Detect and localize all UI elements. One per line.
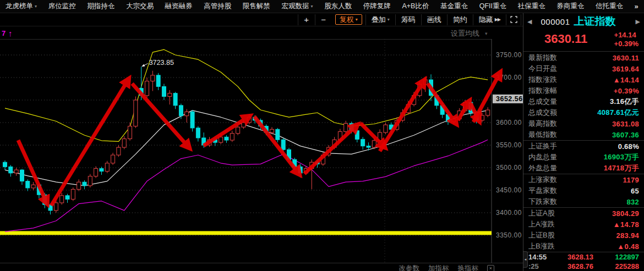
trend-arrow[interactable] (428, 84, 456, 123)
quote-stats: 最新指数3630.11今日开盘3619.64指数涨跌▲14.14指数涨幅+0.3… (523, 52, 644, 271)
candle-body (486, 110, 490, 115)
tick-volume: 122897 (606, 253, 639, 261)
candle-body (355, 131, 359, 140)
candle-body (111, 155, 115, 163)
kline-chart[interactable]: 7↑设置均线▾3750.003700.003650.003600.003550.… (0, 26, 523, 263)
panel-collapse-handle[interactable]: ◂ (523, 251, 528, 268)
candle-body (54, 203, 58, 211)
toolbar-button-叠加[interactable]: 叠加▾ (365, 14, 395, 25)
menu-item-14[interactable]: 社保重仓 (518, 2, 545, 11)
stat-label: 指数涨跌 (528, 75, 557, 85)
stat-value: 283.94 (616, 231, 639, 240)
stat-value: 65 (631, 187, 639, 195)
menu-item-12[interactable]: 基金重仓 (440, 2, 468, 11)
close-indicator-icon[interactable]: × (487, 265, 494, 271)
menu-item-label: 大宗交易 (126, 2, 154, 11)
fullscreen-button[interactable] (506, 14, 521, 25)
candle-body (3, 162, 7, 167)
candle-body (168, 93, 172, 97)
menu-item-label: 限售解禁 (243, 2, 270, 11)
stat-label: 今日开盘 (528, 64, 557, 74)
menu-item-3[interactable]: 期指持仓 (87, 2, 114, 11)
toolbar-button-复权[interactable]: 复权▾ (335, 14, 362, 25)
menu-item-9[interactable]: 股东人数 (324, 2, 352, 11)
candle-body (196, 128, 200, 138)
y-axis-label: 3600.00 (496, 119, 522, 126)
menu-item-8[interactable]: 宏观数据▾ (282, 2, 313, 11)
stat-value: 16903万手 (604, 152, 639, 162)
candle-body (134, 100, 138, 126)
bottom-action-改参数[interactable]: 改参数 (399, 263, 420, 271)
candle-body (77, 182, 81, 189)
candle-body (179, 106, 183, 116)
candle-body (185, 112, 189, 115)
menu-item-label: 券商重仓 (556, 2, 584, 11)
y-axis-label: 3450.00 (496, 186, 522, 194)
tick-price: 3628.76 (555, 262, 606, 270)
menu-item-7[interactable]: 限售解禁 (243, 2, 270, 11)
stat-row: 上涨家数1179 (523, 174, 644, 185)
prev-stock-icon[interactable]: ◀ (527, 18, 532, 25)
kline-chart-area[interactable]: 7↑设置均线▾3750.003700.003650.003600.003550.… (0, 26, 523, 263)
candle-body (270, 129, 274, 132)
menu-item-13[interactable]: QFII重仓 (479, 2, 506, 11)
candle-body (276, 129, 280, 140)
menu-item-label: 停牌复牌 (363, 2, 391, 11)
chevron-down-icon: ▾ (311, 4, 313, 9)
candle-body (173, 93, 177, 106)
menu-item-11[interactable]: A+B比价 (402, 2, 429, 11)
candle-body (225, 137, 228, 140)
chevron-down-icon: ▾ (356, 17, 358, 22)
menu-item-6[interactable]: 高管持股 (204, 2, 231, 11)
candle-body (190, 112, 194, 128)
toolbar-button-画线[interactable]: 画线 (421, 14, 447, 25)
menu-item-16[interactable]: 信托重仓 (596, 2, 623, 11)
stat-value: 3631.08 (612, 120, 639, 128)
candle-body (26, 181, 30, 188)
menu-item-15[interactable]: 券商重仓 (556, 2, 584, 11)
stat-label: 下跌家数 (528, 197, 557, 207)
bottom-action-加指标[interactable]: 加指标 (428, 263, 449, 271)
toolbar-button-简约[interactable]: 简约 (447, 14, 473, 25)
candle-body (94, 169, 98, 176)
bottom-action-换指标[interactable]: 换指标 (458, 263, 479, 271)
menu-item-10[interactable]: 停牌复牌 (363, 2, 391, 11)
menu-item-label: 社保重仓 (518, 2, 545, 11)
menu-item-2[interactable]: 席位监控 (48, 2, 76, 11)
menu-item-4[interactable]: 大宗交易 (126, 2, 154, 11)
trend-arrow[interactable] (304, 125, 357, 174)
candle-body (361, 139, 365, 146)
stat-row: 最高指数3631.08 (523, 118, 644, 129)
candle-body (83, 182, 86, 186)
candle-body (66, 196, 69, 200)
zoom-out-button[interactable]: − (315, 14, 332, 25)
drawn-horizontal-line[interactable] (0, 231, 492, 235)
stat-value: ▲14.14 (613, 76, 639, 84)
y-axis-label: 3750.00 (496, 51, 522, 59)
zoom-in-button[interactable]: + (298, 14, 315, 25)
chart-column: +−复权▾叠加▾筹码画线简约隐藏▶▶ 7↑设置均线▾3750.003700.00… (0, 13, 523, 271)
menu-item-1[interactable]: 龙虎榜单▾ (6, 2, 37, 11)
stat-label: 最高指数 (528, 119, 557, 129)
candle-body (219, 137, 223, 142)
menu-overflow-icon[interactable]: » (635, 2, 638, 10)
candle-body (236, 127, 240, 133)
trend-arrow[interactable] (380, 81, 424, 151)
toolbar-button-隐藏[interactable]: 隐藏▶▶ (473, 14, 506, 25)
quote-panel: ◀ 000001 上证指数 ▶ 3630.11 +14.14 +0.39% 最新… (523, 13, 644, 271)
stat-row: 上A涨跌▲14.78 (523, 219, 644, 230)
stat-label: 上证换手 (528, 141, 557, 151)
trend-arrow[interactable] (51, 80, 128, 206)
stat-label: 上证B股 (528, 230, 555, 240)
next-stock-icon[interactable]: ▶ (636, 18, 640, 25)
toolbar-button-筹码[interactable]: 筹码 (395, 14, 421, 25)
stat-row: 指数涨跌▲14.14 (523, 74, 644, 85)
stat-row: 总成交量3.16亿手 (523, 96, 644, 107)
tick-time: 14:55 (528, 253, 555, 261)
candle-body (151, 75, 155, 81)
menu-item-5[interactable]: 融资融券 (165, 2, 193, 11)
menu-item-label: 席位监控 (48, 2, 76, 11)
change-percent: +0.39% (614, 40, 638, 48)
stat-row: 上证A股3804.29 (523, 208, 644, 219)
ma-settings-button[interactable]: 设置均线 (451, 29, 479, 37)
